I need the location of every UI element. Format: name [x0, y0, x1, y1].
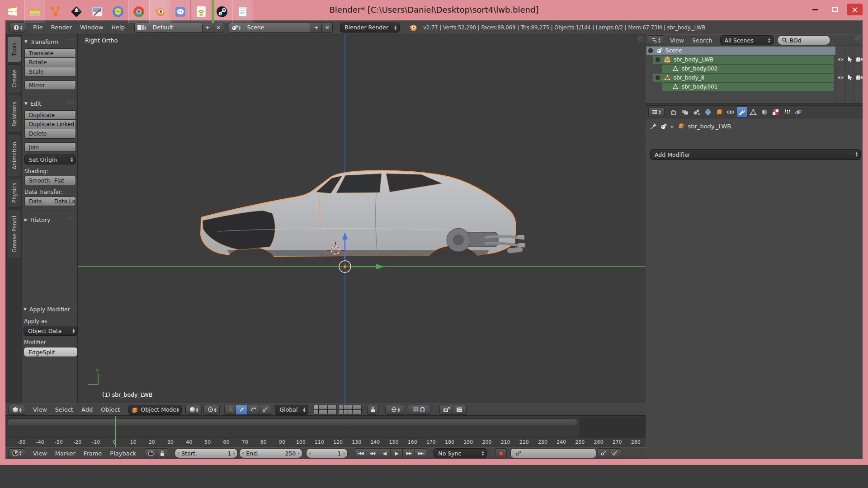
menu-marker[interactable]: Marker	[51, 450, 80, 457]
panel-history-header[interactable]: ▶History	[24, 215, 76, 224]
layer-cell[interactable]	[344, 410, 348, 414]
menu-view[interactable]: View	[29, 450, 51, 457]
taskbar-discord[interactable]	[170, 0, 191, 23]
frame-end-field[interactable]: End:250	[239, 448, 302, 458]
layer-cell[interactable]	[357, 405, 362, 410]
tab-relations[interactable]: Relations	[8, 95, 21, 133]
sync-mode-select[interactable]: No Sync	[434, 448, 487, 458]
taskbar-inkscape[interactable]	[66, 0, 87, 23]
data-transfer-data-button[interactable]: Data	[24, 197, 50, 206]
layer-cell[interactable]	[319, 410, 323, 414]
tab-render-layers[interactable]	[680, 107, 691, 117]
tab-tools[interactable]: Tools	[8, 36, 21, 62]
layer-cell[interactable]	[319, 405, 323, 410]
jump-to-end-button[interactable]: ▶▶|	[415, 448, 427, 458]
layers-grid-1[interactable]	[314, 405, 337, 414]
layer-cell[interactable]	[332, 410, 337, 414]
menu-window[interactable]: Window	[76, 24, 107, 31]
layer-cell[interactable]	[348, 405, 353, 410]
shade-flat-button[interactable]: Flat	[50, 176, 76, 185]
transform-orientation-select[interactable]: Global	[275, 405, 308, 415]
layer-cell[interactable]	[353, 410, 357, 414]
selectable-cursor-icon[interactable]	[848, 75, 853, 81]
tab-object[interactable]	[714, 107, 725, 117]
timeline-scrollbar[interactable]	[7, 418, 578, 426]
tab-particles[interactable]	[782, 107, 793, 117]
timeline-ruler[interactable]: -50-40-30-20-100102030405060708090100110…	[5, 437, 646, 447]
menu-view[interactable]: View	[29, 406, 51, 413]
taskbar-node-graph-app[interactable]	[45, 0, 66, 23]
timeline-tracks[interactable]	[5, 416, 646, 437]
renderable-camera-icon[interactable]	[856, 57, 863, 62]
taskbar-blender[interactable]	[149, 0, 170, 23]
editor-type-3dview-button[interactable]	[8, 405, 25, 415]
editor-type-info-button[interactable]	[9, 23, 26, 33]
collapse-toggle[interactable]: -	[655, 75, 660, 80]
tab-texture[interactable]	[770, 107, 781, 117]
scale-button[interactable]: Scale	[24, 67, 76, 77]
layer-cell[interactable]	[323, 405, 328, 410]
modifier-name-field[interactable]: EdgeSplit	[24, 347, 78, 357]
layer-cell[interactable]	[314, 405, 319, 410]
play-reverse-button[interactable]: ◀	[378, 448, 391, 458]
minimize-button[interactable]	[807, 4, 823, 15]
layer-cell[interactable]	[353, 405, 357, 410]
play-button[interactable]: ▶	[391, 448, 403, 458]
editor-type-outliner-button[interactable]	[648, 35, 664, 45]
layer-cell[interactable]	[339, 405, 344, 410]
taskbar-file-explorer[interactable]	[24, 0, 45, 23]
viewport-shading-button[interactable]	[185, 405, 202, 415]
taskbar-notepad[interactable]	[232, 0, 253, 23]
add-modifier-select[interactable]: Add Modifier	[650, 149, 861, 160]
start-button[interactable]	[0, 0, 24, 23]
current-frame-line[interactable]	[115, 416, 116, 447]
join-button[interactable]: Join	[24, 142, 76, 152]
opengl-render-anim-button[interactable]	[453, 405, 467, 415]
lock-to-scene-button[interactable]	[367, 405, 379, 415]
mirror-button[interactable]: Mirror	[24, 80, 76, 90]
object-breadcrumb-icon[interactable]	[660, 123, 667, 130]
snap-button[interactable]	[407, 405, 430, 415]
frame-start-field[interactable]: Start:1	[175, 448, 238, 458]
shade-smooth-button[interactable]: Smooth	[24, 176, 50, 185]
menu-view[interactable]: View	[666, 37, 688, 44]
render-engine-select[interactable]: Blender Render	[340, 23, 400, 33]
tab-world[interactable]	[703, 107, 713, 117]
menu-playback[interactable]: Playback	[106, 450, 140, 457]
tab-physics[interactable]	[793, 107, 804, 117]
layers-grid-2[interactable]	[339, 405, 362, 414]
region-resize-grip[interactable]	[638, 36, 644, 42]
layer-cell[interactable]	[339, 410, 344, 414]
layer-cell[interactable]	[348, 410, 353, 414]
outliner-row-object[interactable]: - sbr_body._LWB	[646, 55, 863, 64]
delete-layout-button[interactable]: ×	[213, 23, 224, 33]
rotate-button[interactable]: Rotate	[24, 58, 76, 67]
visibility-eye-icon[interactable]	[837, 75, 844, 80]
taskbar-connectify[interactable]	[191, 0, 212, 23]
duplicate-button[interactable]: Duplicate	[24, 110, 76, 120]
translate-button[interactable]: Translate	[24, 48, 76, 58]
editor-type-timeline-button[interactable]	[8, 448, 25, 458]
delete-keyframe-button[interactable]	[609, 448, 621, 458]
auto-keyframe-button[interactable]	[495, 448, 507, 458]
tab-physics[interactable]: Physics	[8, 178, 21, 208]
tab-constraints[interactable]	[725, 107, 736, 117]
tab-scene[interactable]	[691, 107, 702, 117]
current-frame-field[interactable]: 1	[306, 448, 348, 458]
viewport-3d[interactable]: y Right Ortho (1) sbr_body_LWB	[78, 34, 646, 404]
layer-cell[interactable]	[328, 405, 332, 410]
collapse-toggle[interactable]: -	[648, 48, 653, 53]
lock-frame-button[interactable]	[156, 448, 168, 458]
layer-cell[interactable]	[344, 405, 348, 410]
outliner-row-scene[interactable]: - Scene	[646, 46, 863, 55]
car-model[interactable]	[201, 171, 525, 257]
layer-cell[interactable]	[357, 410, 362, 414]
pivot-point-button[interactable]	[203, 405, 220, 415]
use-preview-range-button[interactable]	[145, 448, 156, 458]
next-keyframe-button[interactable]: ▶▶	[403, 448, 415, 458]
outliner-row-object[interactable]: - sbr_body_8	[646, 73, 863, 82]
insert-keyframe-button[interactable]	[598, 448, 609, 458]
menu-object[interactable]: Object	[97, 406, 124, 413]
outliner-row-meshdata[interactable]: sbr_body.001	[646, 82, 863, 91]
menu-render[interactable]: Render	[47, 24, 76, 31]
